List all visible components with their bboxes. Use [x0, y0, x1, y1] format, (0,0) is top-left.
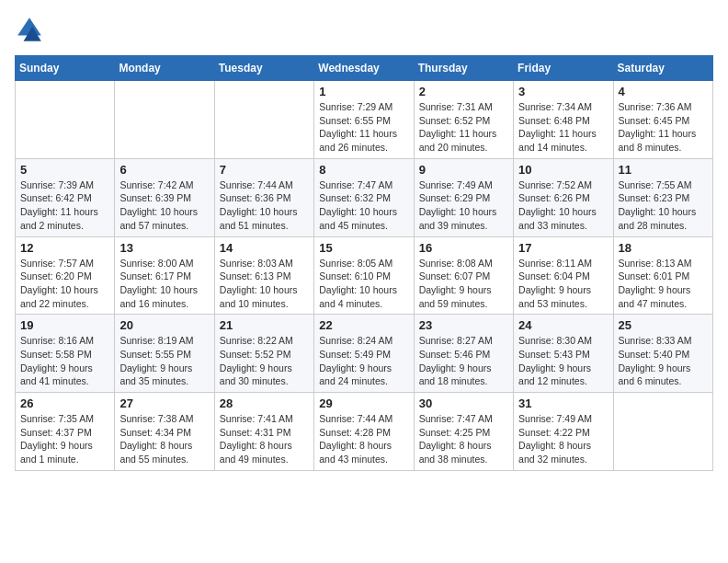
day-number: 31	[518, 396, 608, 410]
calendar-cell: 10Sunrise: 7:52 AM Sunset: 6:26 PM Dayli…	[514, 158, 613, 236]
day-info: Sunrise: 7:35 AM Sunset: 4:37 PM Dayligh…	[20, 412, 109, 466]
calendar-cell: 2Sunrise: 7:31 AM Sunset: 6:52 PM Daylig…	[414, 81, 513, 159]
day-info: Sunrise: 7:36 AM Sunset: 6:45 PM Dayligh…	[619, 100, 708, 155]
day-number: 5	[20, 163, 109, 177]
calendar-cell: 25Sunrise: 8:33 AM Sunset: 5:40 PM Dayli…	[613, 315, 712, 393]
calendar-cell: 14Sunrise: 8:03 AM Sunset: 6:13 PM Dayli…	[214, 236, 313, 315]
day-info: Sunrise: 7:55 AM Sunset: 6:23 PM Dayligh…	[619, 178, 708, 233]
day-info: Sunrise: 7:39 AM Sunset: 6:42 PM Dayligh…	[20, 178, 109, 233]
day-header-tuesday: Tuesday	[214, 56, 313, 81]
day-number: 24	[518, 318, 608, 332]
day-info: Sunrise: 8:05 AM Sunset: 6:10 PM Dayligh…	[319, 257, 408, 311]
logo	[15, 15, 48, 44]
calendar-cell: 9Sunrise: 7:49 AM Sunset: 6:29 PM Daylig…	[414, 158, 513, 236]
day-info: Sunrise: 7:44 AM Sunset: 4:28 PM Dayligh…	[319, 412, 408, 466]
day-info: Sunrise: 8:22 AM Sunset: 5:52 PM Dayligh…	[220, 334, 309, 388]
calendar-cell: 15Sunrise: 8:05 AM Sunset: 6:10 PM Dayli…	[314, 236, 414, 315]
day-number: 26	[20, 396, 109, 410]
day-number: 17	[518, 241, 608, 255]
day-number: 18	[619, 241, 708, 255]
calendar-cell: 18Sunrise: 8:13 AM Sunset: 6:01 PM Dayli…	[613, 236, 712, 315]
day-number: 20	[119, 318, 209, 332]
day-info: Sunrise: 7:42 AM Sunset: 6:39 PM Dayligh…	[119, 178, 209, 233]
day-number: 7	[220, 163, 309, 177]
calendar-cell: 31Sunrise: 7:49 AM Sunset: 4:22 PM Dayli…	[514, 393, 613, 471]
calendar-cell	[115, 81, 214, 159]
day-info: Sunrise: 8:11 AM Sunset: 6:04 PM Dayligh…	[518, 257, 608, 311]
calendar-cell: 20Sunrise: 8:19 AM Sunset: 5:55 PM Dayli…	[115, 315, 214, 393]
calendar-week-row: 5Sunrise: 7:39 AM Sunset: 6:42 PM Daylig…	[16, 158, 713, 236]
day-number: 11	[619, 163, 708, 177]
day-number: 23	[419, 318, 508, 332]
day-info: Sunrise: 8:08 AM Sunset: 6:07 PM Dayligh…	[419, 257, 508, 311]
page-header	[15, 15, 713, 44]
day-info: Sunrise: 8:30 AM Sunset: 5:43 PM Dayligh…	[518, 334, 608, 388]
day-info: Sunrise: 8:19 AM Sunset: 5:55 PM Dayligh…	[119, 334, 209, 388]
calendar-header-row: SundayMondayTuesdayWednesdayThursdayFrid…	[16, 56, 713, 81]
calendar-week-row: 26Sunrise: 7:35 AM Sunset: 4:37 PM Dayli…	[16, 393, 713, 471]
calendar-cell: 4Sunrise: 7:36 AM Sunset: 6:45 PM Daylig…	[613, 81, 712, 159]
calendar-cell	[613, 393, 712, 471]
day-number: 16	[419, 241, 508, 255]
day-info: Sunrise: 7:44 AM Sunset: 6:36 PM Dayligh…	[220, 178, 309, 233]
calendar-cell: 3Sunrise: 7:34 AM Sunset: 6:48 PM Daylig…	[514, 81, 613, 159]
calendar-week-row: 12Sunrise: 7:57 AM Sunset: 6:20 PM Dayli…	[16, 236, 713, 315]
day-number: 9	[419, 163, 508, 177]
calendar-cell: 16Sunrise: 8:08 AM Sunset: 6:07 PM Dayli…	[414, 236, 513, 315]
calendar-cell: 27Sunrise: 7:38 AM Sunset: 4:34 PM Dayli…	[115, 393, 214, 471]
calendar-week-row: 1Sunrise: 7:29 AM Sunset: 6:55 PM Daylig…	[16, 81, 713, 159]
day-number: 10	[518, 163, 608, 177]
day-number: 1	[319, 85, 408, 98]
day-number: 21	[220, 318, 309, 332]
day-header-saturday: Saturday	[613, 56, 712, 81]
day-info: Sunrise: 8:00 AM Sunset: 6:17 PM Dayligh…	[119, 257, 209, 311]
day-number: 15	[319, 241, 408, 255]
calendar-cell: 1Sunrise: 7:29 AM Sunset: 6:55 PM Daylig…	[314, 81, 414, 159]
calendar-cell: 21Sunrise: 8:22 AM Sunset: 5:52 PM Dayli…	[214, 315, 313, 393]
day-number: 30	[419, 396, 508, 410]
calendar-cell: 23Sunrise: 8:27 AM Sunset: 5:46 PM Dayli…	[414, 315, 513, 393]
day-info: Sunrise: 7:47 AM Sunset: 6:32 PM Dayligh…	[319, 178, 408, 233]
calendar-cell: 12Sunrise: 7:57 AM Sunset: 6:20 PM Dayli…	[16, 236, 115, 315]
day-info: Sunrise: 7:47 AM Sunset: 4:25 PM Dayligh…	[419, 412, 508, 466]
day-header-thursday: Thursday	[414, 56, 513, 81]
day-number: 6	[119, 163, 209, 177]
day-info: Sunrise: 7:52 AM Sunset: 6:26 PM Dayligh…	[518, 178, 608, 233]
day-info: Sunrise: 8:03 AM Sunset: 6:13 PM Dayligh…	[220, 257, 309, 311]
day-info: Sunrise: 8:33 AM Sunset: 5:40 PM Dayligh…	[619, 334, 708, 388]
day-header-sunday: Sunday	[16, 56, 115, 81]
calendar-cell: 22Sunrise: 8:24 AM Sunset: 5:49 PM Dayli…	[314, 315, 414, 393]
day-number: 28	[220, 396, 309, 410]
calendar-cell: 7Sunrise: 7:44 AM Sunset: 6:36 PM Daylig…	[214, 158, 313, 236]
calendar-week-row: 19Sunrise: 8:16 AM Sunset: 5:58 PM Dayli…	[16, 315, 713, 393]
day-info: Sunrise: 7:34 AM Sunset: 6:48 PM Dayligh…	[518, 100, 608, 155]
logo-icon	[15, 15, 44, 44]
day-number: 3	[518, 85, 608, 98]
calendar-cell: 29Sunrise: 7:44 AM Sunset: 4:28 PM Dayli…	[314, 393, 414, 471]
day-info: Sunrise: 8:24 AM Sunset: 5:49 PM Dayligh…	[319, 334, 408, 388]
calendar-cell: 24Sunrise: 8:30 AM Sunset: 5:43 PM Dayli…	[514, 315, 613, 393]
calendar-cell: 28Sunrise: 7:41 AM Sunset: 4:31 PM Dayli…	[214, 393, 313, 471]
day-header-friday: Friday	[514, 56, 613, 81]
calendar-cell: 17Sunrise: 8:11 AM Sunset: 6:04 PM Dayli…	[514, 236, 613, 315]
day-info: Sunrise: 7:49 AM Sunset: 4:22 PM Dayligh…	[518, 412, 608, 466]
calendar-cell: 26Sunrise: 7:35 AM Sunset: 4:37 PM Dayli…	[16, 393, 115, 471]
day-info: Sunrise: 7:57 AM Sunset: 6:20 PM Dayligh…	[20, 257, 109, 311]
day-number: 14	[220, 241, 309, 255]
day-info: Sunrise: 8:13 AM Sunset: 6:01 PM Dayligh…	[619, 257, 708, 311]
calendar-cell: 19Sunrise: 8:16 AM Sunset: 5:58 PM Dayli…	[16, 315, 115, 393]
calendar-cell	[214, 81, 313, 159]
calendar-table: SundayMondayTuesdayWednesdayThursdayFrid…	[15, 55, 713, 471]
calendar-cell	[16, 81, 115, 159]
calendar-cell: 8Sunrise: 7:47 AM Sunset: 6:32 PM Daylig…	[314, 158, 414, 236]
day-number: 25	[619, 318, 708, 332]
day-number: 2	[419, 85, 508, 98]
day-number: 22	[319, 318, 408, 332]
calendar-cell: 30Sunrise: 7:47 AM Sunset: 4:25 PM Dayli…	[414, 393, 513, 471]
day-info: Sunrise: 7:31 AM Sunset: 6:52 PM Dayligh…	[419, 100, 508, 155]
calendar-cell: 6Sunrise: 7:42 AM Sunset: 6:39 PM Daylig…	[115, 158, 214, 236]
day-number: 19	[20, 318, 109, 332]
calendar-cell: 13Sunrise: 8:00 AM Sunset: 6:17 PM Dayli…	[115, 236, 214, 315]
day-number: 27	[119, 396, 209, 410]
day-info: Sunrise: 7:29 AM Sunset: 6:55 PM Dayligh…	[319, 100, 408, 155]
